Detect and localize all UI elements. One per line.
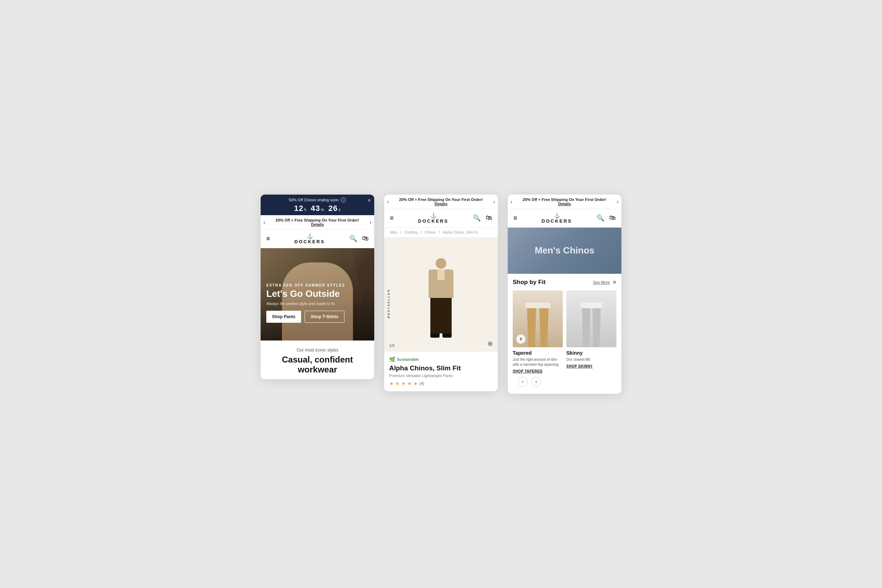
star-3: ★ (401, 381, 406, 386)
below-hero-mainlabel: Casual, confidentworkwear (266, 355, 369, 375)
zoom-icon[interactable]: ⊕ (488, 340, 493, 348)
see-more-link[interactable]: See More (593, 280, 610, 284)
review-count[interactable]: (4) (419, 381, 424, 386)
shop-by-fit-header: Shop by Fit See More × (513, 279, 616, 286)
breadcrumb-men[interactable]: Men (390, 231, 397, 234)
shop-tapered-link[interactable]: SHOP TAPERED (513, 369, 563, 373)
carousel-next[interactable]: › (531, 377, 541, 387)
dockers-logo-s3[interactable]: ⚓ DOCKERS (542, 213, 572, 224)
promo-bar-white-s2: ‹ 20% Off + Free Shipping On Your First … (384, 195, 498, 209)
breadcrumb-product: Alpha Chinos, Slim Fit (443, 231, 478, 234)
shop-by-fit-title: Shop by Fit (513, 279, 546, 286)
star-2: ★ (395, 381, 400, 386)
search-icon-s1[interactable]: 🔍 (350, 235, 357, 243)
seconds-unit: s (338, 207, 341, 212)
star-1: ★ (389, 381, 394, 386)
person-pants (430, 298, 452, 333)
product-image-container: BESTSELLER 1/6 (384, 237, 498, 351)
brand-name-s1: DOCKERS (294, 239, 325, 244)
person-head (436, 258, 446, 269)
breadcrumb-chinos[interactable]: Chinos (424, 231, 436, 234)
promo-white-link-s1[interactable]: Details (311, 222, 324, 226)
sustainable-badge: 🌿 Sustainable (389, 357, 493, 362)
eagle-icon-s1: ⚓ (307, 233, 313, 239)
promo-next-s3[interactable]: › (617, 199, 618, 204)
promo-white-link-s2[interactable]: Details (435, 202, 447, 206)
product-image (429, 251, 453, 338)
chinos-hero: Men's Chinos (508, 228, 621, 274)
minutes-unit: m (321, 207, 324, 212)
tapered-description: Just the right amount of slim with a nar… (513, 357, 563, 367)
screen-2: ‹ 20% Off + Free Shipping On Your First … (384, 195, 498, 391)
promo-next-s2[interactable]: › (493, 199, 495, 204)
product-info: 🌿 Sustainable Alpha Chinos, Slim Fit Pre… (384, 351, 498, 391)
pause-icon: ⏸ (519, 337, 523, 341)
dockers-logo-s2[interactable]: ⚓ DOCKERS (418, 213, 448, 224)
promo-prev-s1[interactable]: ‹ (264, 219, 265, 225)
person-shirt (429, 270, 453, 298)
brand-name-s3: DOCKERS (542, 218, 572, 224)
shop-tshirts-button[interactable]: Shop T-Shirts (304, 311, 344, 323)
bag-icon-s3[interactable]: 🛍 (609, 214, 616, 222)
hero-eyebrow-s1: EXTRA 50% OFF SUMMER STYLES (266, 284, 369, 287)
promo-white-link-s3[interactable]: Details (558, 202, 571, 206)
fit-cards-container: ⏸ Tapered Just the right amount of slim … (513, 291, 616, 373)
tapered-image: ⏸ (513, 291, 563, 347)
nav-icons-s2: 🔍 🛍 (473, 214, 492, 222)
below-hero-s1: Our most iconic styles Casual, confident… (261, 340, 374, 380)
hours-unit: h (304, 207, 307, 212)
shop-pants-button[interactable]: Shop Pants (266, 311, 301, 323)
screens-container: 50% Off Chinos ending soon. i × 12 h 43 … (261, 195, 621, 394)
hero-buttons-s1: Shop Pants Shop T-Shirts (266, 311, 369, 323)
promo-prev-s2[interactable]: ‹ (387, 199, 389, 204)
star-half: ★ (413, 381, 418, 386)
promo-prev-s3[interactable]: ‹ (511, 199, 512, 204)
star-4: ★ (407, 381, 412, 386)
promo-white-text-s1: 20% Off + Free Shipping On Your First Or… (276, 218, 359, 222)
bag-icon-s2[interactable]: 🛍 (486, 214, 492, 222)
skinny-name: Skinny (566, 350, 616, 356)
hero-title-s1: Let's Go Outside (266, 289, 369, 299)
close-fit-button[interactable]: × (612, 279, 616, 286)
below-hero-sublabel: Our most iconic styles (266, 348, 369, 352)
nav-icons-s3: 🔍 🛍 (597, 214, 616, 222)
countdown-timer: 12 h 43 m 26 s (266, 204, 369, 213)
hero-subtitle-s1: Always the perfect style and made to fit… (266, 302, 369, 306)
leaf-icon: 🌿 (389, 357, 395, 362)
seconds-value: 26 (328, 204, 338, 213)
dockers-logo-s1[interactable]: ⚓ DOCKERS (294, 233, 325, 244)
screen-3: ‹ 20% Off + Free Shipping On Your First … (508, 195, 621, 394)
navbar-s2: ≡ ⚓ DOCKERS 🔍 🛍 (384, 209, 498, 228)
skinny-description: Our closest-fitti (566, 357, 616, 362)
hamburger-menu-s2[interactable]: ≡ (390, 214, 394, 222)
bag-icon-s1[interactable]: 🛍 (362, 235, 369, 243)
shop-by-fit-section: Shop by Fit See More × (508, 274, 621, 394)
eagle-icon-s3: ⚓ (554, 213, 560, 218)
promo-bar-white-s3: ‹ 20% Off + Free Shipping On Your First … (508, 195, 621, 209)
minutes-value: 43 (311, 204, 320, 213)
pause-button-tapered[interactable]: ⏸ (516, 334, 525, 344)
screen-1: 50% Off Chinos ending soon. i × 12 h 43 … (261, 195, 374, 380)
carousel-nav: ‹ › (513, 373, 616, 390)
nav-icons-s1: 🔍 🛍 (350, 235, 369, 243)
hours-value: 12 (294, 204, 303, 213)
breadcrumb-clothing[interactable]: Clothing (404, 231, 418, 234)
hamburger-menu-s3[interactable]: ≡ (513, 214, 518, 222)
product-description: Premium Versatile Lightweight Pants (389, 374, 493, 378)
info-icon[interactable]: i (341, 197, 346, 202)
hero-section-s1: EXTRA 50% OFF SUMMER STYLES Let's Go Out… (261, 248, 374, 340)
search-icon-s3[interactable]: 🔍 (597, 214, 604, 222)
fit-card-tapered: ⏸ Tapered Just the right amount of slim … (513, 291, 563, 373)
promo-next-s1[interactable]: › (370, 219, 371, 225)
navbar-s3: ≡ ⚓ DOCKERS 🔍 🛍 (508, 209, 621, 228)
breadcrumb-s2: Men / Clothing / Chinos / Alpha Chinos, … (384, 228, 498, 237)
shop-skinny-link[interactable]: SHOP SKINNY (566, 364, 616, 368)
search-icon-s2[interactable]: 🔍 (473, 214, 481, 222)
promo-bar-white-s1: ‹ 20% Off + Free Shipping On Your First … (261, 215, 374, 230)
carousel-prev[interactable]: ‹ (518, 377, 528, 387)
promo-white-text-s3: 20% Off + Free Shipping On Your First Or… (523, 197, 606, 202)
hamburger-menu-s1[interactable]: ≡ (266, 235, 270, 243)
close-promo-button[interactable]: × (368, 197, 371, 203)
promo-white-text-s2: 20% Off + Free Shipping On Your First Or… (399, 197, 483, 202)
fit-card-skinny: Skinny Our closest-fitti SHOP SKINNY (566, 291, 616, 373)
